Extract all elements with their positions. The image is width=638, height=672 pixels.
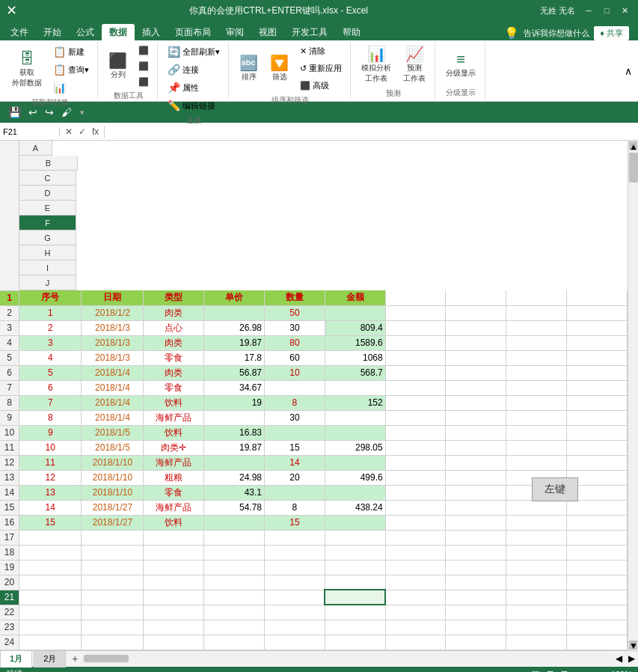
cell-4C[interactable]: 肉类 [144,335,204,350]
sheet-tab-1[interactable]: 1月 [0,650,32,668]
tab-help[interactable]: 帮助 [335,24,368,40]
edit-links-button[interactable]: ✏️ 编辑链接 [164,97,224,114]
cell-13G[interactable] [385,470,446,485]
cell-3B[interactable]: 2018/1/3 [82,320,144,335]
cell-21A[interactable] [19,590,82,605]
cell-14I[interactable] [506,485,567,500]
vertical-scrollbar[interactable]: ▲ ▼ [628,141,638,650]
cell-18D[interactable] [204,545,265,560]
cell-8I[interactable] [506,395,567,410]
cell-8H[interactable] [446,395,506,410]
normal-view-button[interactable]: ▤ [530,669,542,672]
cell-24B[interactable] [82,635,144,650]
cell-8E[interactable]: 8 [265,395,325,410]
tab-formula[interactable]: 公式 [69,24,102,40]
cell-11A[interactable]: 10 [19,440,82,455]
cell-23E[interactable] [265,620,325,635]
cell-13C[interactable]: 粗粮 [144,470,204,485]
cell-8C[interactable]: 饮料 [144,395,204,410]
whatif-button[interactable]: 📊 模拟分析工作表 [357,43,396,87]
cell-5B[interactable]: 2018/1/3 [82,350,144,365]
page-break-button[interactable]: ⊟ [559,669,570,672]
page-layout-button[interactable]: ⊞ [545,669,556,672]
cell-14E[interactable] [265,485,325,500]
cell-24H[interactable] [446,635,506,650]
cell-19I[interactable] [506,560,567,575]
forecast-button[interactable]: 📈 预测工作表 [399,43,430,87]
cell-3I[interactable] [506,320,567,335]
cell-7J[interactable] [567,380,628,395]
cell-24G[interactable] [385,635,446,650]
cell-16B[interactable]: 2018/1/27 [82,515,144,530]
cell-24D[interactable] [204,635,265,650]
collapse-ribbon-button[interactable]: ∧ [625,65,632,77]
cell-11G[interactable] [385,440,446,455]
cell-8F[interactable]: 152 [325,395,385,410]
cell-19G[interactable] [385,560,446,575]
filter-button[interactable]: 🔽 筛选 [266,52,293,85]
cell-13I[interactable] [506,470,567,485]
scrollbar-down-button[interactable]: ▼ [629,641,637,650]
cell-7A[interactable]: 6 [19,380,82,395]
cell-22J[interactable] [567,605,628,620]
minimize-button[interactable]: ─ [581,4,596,16]
cell-2G[interactable] [385,305,446,320]
col-header-J[interactable]: J [19,275,76,290]
cell-5D[interactable]: 17.8 [204,350,265,365]
cell-3H[interactable] [446,320,506,335]
col-header-F[interactable]: F [19,216,76,230]
cell-21H[interactable] [446,590,506,605]
cell-9G[interactable] [385,410,446,425]
cell-20E[interactable] [265,575,325,590]
scrollbar-up-button[interactable]: ▲ [629,141,637,150]
cell-12E[interactable]: 14 [265,455,325,470]
cell-20A[interactable] [19,575,82,590]
cell-3A[interactable]: 2 [19,320,82,335]
cell-2E[interactable]: 50 [265,305,325,320]
cell-24C[interactable] [144,635,204,650]
cell-10J[interactable] [567,425,628,440]
cell-16J[interactable] [567,515,628,530]
cell-17B[interactable] [82,530,144,545]
cell-16I[interactable] [506,515,567,530]
cell-18H[interactable] [446,545,506,560]
cell-12D[interactable] [204,455,265,470]
cell-14H[interactable] [446,485,506,500]
tab-dev[interactable]: 开发工具 [284,24,335,40]
cell-23C[interactable] [144,620,204,635]
col-header-I[interactable]: I [19,260,76,275]
cell-15J[interactable] [567,500,628,515]
cell-10E[interactable] [265,425,325,440]
advanced-button[interactable]: ⬛ 高级 [296,78,346,94]
cell-22B[interactable] [82,605,144,620]
add-sheet-button[interactable]: + [67,653,82,665]
cell-1D[interactable]: 单价 [204,290,265,305]
cell-19H[interactable] [446,560,506,575]
cell-10C[interactable]: 饮料 [144,425,204,440]
cell-6E[interactable]: 10 [265,365,325,380]
cell-1I[interactable] [506,290,567,305]
help-icon[interactable]: 💡 [504,26,519,40]
cell-15F[interactable]: 438.24 [325,500,385,515]
formula-input[interactable] [105,127,638,136]
cell-5I[interactable] [506,350,567,365]
cell-22H[interactable] [446,605,506,620]
cell-11B[interactable]: 2018/1/5 [82,440,144,455]
get-external-data-button[interactable]: 🗄 获取外部数据 [7,48,46,91]
cell-14A[interactable]: 13 [19,485,82,500]
cell-13B[interactable]: 2018/1/10 [82,470,144,485]
cell-11D[interactable]: 19.87 [204,440,265,455]
cell-21I[interactable] [506,590,567,605]
cell-21G[interactable] [385,590,446,605]
cell-15H[interactable] [446,500,506,515]
outline-button[interactable]: ≡ 分级显示 [441,49,480,82]
cell-7F[interactable] [325,380,385,395]
cell-6G[interactable] [385,365,446,380]
cell-5C[interactable]: 零食 [144,350,204,365]
cell-10F[interactable] [325,425,385,440]
cell-14J[interactable] [567,485,628,500]
cell-16E[interactable]: 15 [265,515,325,530]
h-scrollbar-track[interactable] [82,653,613,664]
cell-15I[interactable] [506,500,567,515]
cell-10B[interactable]: 2018/1/5 [82,425,144,440]
